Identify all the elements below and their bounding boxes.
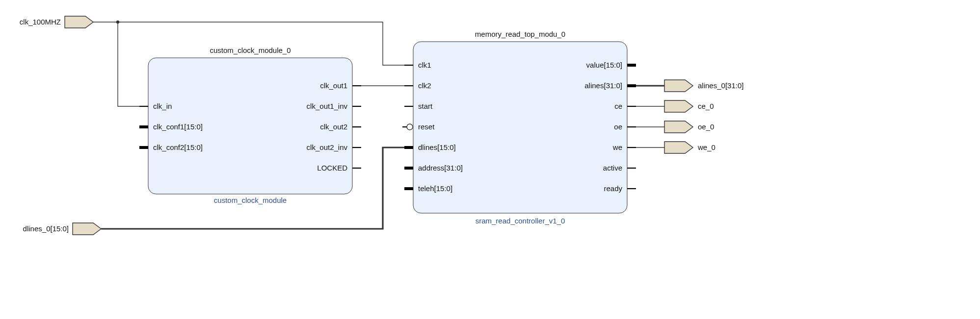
clock-port-clk-conf1: clk_conf1[15:0] [153, 123, 203, 131]
mem-port-active: active [603, 164, 622, 172]
svg-marker-27 [664, 100, 693, 112]
block-mem[interactable]: memory_read_top_modu_0 sram_read_control… [402, 30, 636, 225]
inversion-bubble-icon [407, 124, 413, 130]
mem-port-oe: oe [614, 123, 622, 131]
clock-port-clk-out2-inv: clk_out2_inv [307, 143, 348, 151]
mem-port-teleh: teleh[15:0] [418, 184, 452, 193]
ext-port-clk-100mhz[interactable]: clk_100MHZ [20, 16, 93, 28]
mem-port-start: start [418, 102, 433, 110]
mem-port-alines: alines[31:0] [584, 81, 622, 90]
junction-dot-icon [116, 21, 119, 24]
svg-marker-1 [73, 223, 101, 235]
mem-port-ready: ready [604, 184, 622, 193]
net-clk100-to-clkin [93, 22, 139, 106]
mem-port-clk1: clk1 [418, 61, 431, 69]
clock-port-clk-conf2: clk_conf2[15:0] [153, 143, 203, 151]
ext-port-ce-out[interactable]: ce_0 [664, 100, 714, 112]
ext-port-oe-out-label: oe_0 [698, 123, 714, 131]
clock-port-clk-out2: clk_out2 [320, 123, 347, 131]
ext-port-dlines-in-label: dlines_0[15:0] [23, 224, 69, 233]
block-mem-type: sram_read_controller_v1_0 [476, 217, 565, 225]
svg-marker-29 [664, 142, 693, 153]
ext-port-oe-out[interactable]: oe_0 [664, 121, 714, 133]
mem-port-reset: reset [418, 123, 435, 131]
svg-marker-0 [65, 16, 93, 28]
ext-port-we-out-label: we_0 [697, 143, 715, 151]
svg-marker-28 [664, 121, 693, 133]
mem-port-address: address[31:0] [418, 164, 463, 172]
ext-port-we-out[interactable]: we_0 [664, 142, 715, 153]
svg-marker-26 [664, 80, 693, 92]
block-diagram: clk_100MHZ dlines_0[15:0] custom_clock_m… [0, 0, 980, 319]
mem-port-dlines: dlines[15:0] [418, 143, 456, 151]
ext-port-clk-100mhz-label: clk_100MHZ [20, 18, 61, 26]
mem-port-clk2: clk2 [418, 81, 431, 90]
ext-port-alines-out[interactable]: alines_0[31:0] [664, 80, 743, 92]
block-mem-instance: memory_read_top_modu_0 [475, 30, 565, 38]
clock-port-clk-in: clk_in [153, 102, 172, 110]
clock-port-locked: LOCKED [317, 164, 347, 172]
mem-port-ce: ce [614, 102, 622, 110]
clock-port-clk-out1-inv: clk_out1_inv [307, 102, 348, 110]
ext-port-alines-out-label: alines_0[31:0] [698, 81, 743, 90]
clock-port-clk-out1: clk_out1 [320, 81, 347, 90]
block-clock-type: custom_clock_module [214, 196, 287, 204]
block-clock[interactable]: custom_clock_module_0 custom_clock_modul… [139, 46, 361, 204]
ext-port-dlines-in[interactable]: dlines_0[15:0] [23, 223, 101, 235]
mem-port-we: we [612, 143, 622, 151]
mem-port-value: value[15:0] [586, 61, 622, 69]
block-clock-instance: custom_clock_module_0 [210, 46, 291, 54]
ext-port-ce-out-label: ce_0 [698, 102, 714, 110]
